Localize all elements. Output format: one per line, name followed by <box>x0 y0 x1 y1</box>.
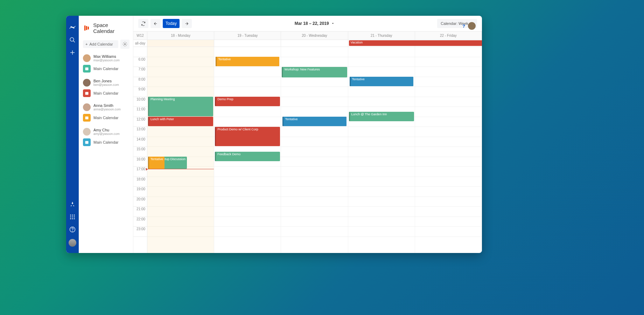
calendar-row[interactable]: Main Calendar <box>83 112 130 123</box>
rocket-icon[interactable] <box>69 201 76 207</box>
user-email: anna@yasoon.com <box>93 108 121 111</box>
svg-rect-20 <box>85 92 89 95</box>
allday-cell[interactable] <box>147 40 214 47</box>
calendar-icon <box>83 65 91 73</box>
avatar <box>83 54 91 62</box>
time-label: 16:00 <box>133 157 147 167</box>
user-row[interactable]: Anna Smith anna@yasoon.com <box>83 102 130 112</box>
add-icon[interactable] <box>69 49 76 56</box>
allday-cell[interactable] <box>214 40 281 47</box>
nav-rail <box>66 16 79 253</box>
event-workshop[interactable]: Workshop: New Features <box>282 67 347 77</box>
svg-point-7 <box>70 217 71 218</box>
day-column-thursday[interactable]: Retrospective Spring 4 Tentative Lunch @… <box>348 47 415 253</box>
svg-point-10 <box>70 218 71 219</box>
svg-point-14 <box>72 231 73 231</box>
calendar-toolbar: Today Mar 18 – 22, 2019 Calendar: Week ? <box>133 16 482 31</box>
calendar-row[interactable]: Main Calendar <box>83 137 130 148</box>
time-label: 19:00 <box>133 187 147 197</box>
refresh-icon <box>141 21 146 26</box>
settings-button[interactable] <box>120 40 130 49</box>
time-label: 15:00 <box>133 147 147 157</box>
user-row[interactable]: Ben Jones ben@yasoon.com <box>83 77 130 88</box>
date-range-picker[interactable]: Mar 18 – 22, 2019 <box>194 21 435 26</box>
add-calendar-button[interactable]: + Add Calendar <box>83 40 118 48</box>
time-label: 20:00 <box>133 197 147 207</box>
svg-point-18 <box>124 43 126 45</box>
time-label: 17:00 <box>133 167 147 177</box>
time-label: 10:00 <box>133 97 147 107</box>
main-content: Today Mar 18 – 22, 2019 Calendar: Week ?… <box>133 16 482 253</box>
help-link[interactable]: ? <box>462 23 465 29</box>
time-grid: 6:00 7:00 8:00 9:00 10:00 11:00 12:00 13… <box>133 47 482 253</box>
time-label: 9:00 <box>133 87 147 97</box>
day-column-tuesday[interactable]: Early Start w/ Breakfast Tentative Demo … <box>214 47 281 253</box>
calendar-label: Main Calendar <box>93 140 119 144</box>
user-avatar[interactable] <box>468 22 476 30</box>
event-lunch-garden[interactable]: Lunch @ The Garden Inn <box>349 112 414 121</box>
allday-row: all-day Vacation <box>133 40 482 47</box>
arrow-left-icon <box>153 21 158 26</box>
search-icon[interactable] <box>69 37 76 43</box>
day-column-wednesday[interactable]: Workshop: New Features Lunch with Amy Te… <box>281 47 348 253</box>
event-planning[interactable]: Planning Meeting <box>148 97 213 116</box>
calendar-row[interactable]: Main Calendar <box>83 88 130 98</box>
app-title-text: Space Calendar <box>93 22 130 34</box>
user-email: max@yasoon.com <box>93 59 120 62</box>
nav-avatar[interactable] <box>69 239 76 247</box>
event-lunch-peter[interactable]: Lunch with Peter <box>148 117 213 126</box>
user-block-0: Max Williams max@yasoon.com Main Calenda… <box>83 53 130 74</box>
day-header[interactable]: 19 - Tuesday <box>214 32 281 40</box>
app-title: Space Calendar <box>83 22 130 34</box>
time-column: 6:00 7:00 8:00 9:00 10:00 11:00 12:00 13… <box>133 47 147 253</box>
svg-point-12 <box>74 218 75 219</box>
prev-button[interactable] <box>150 19 161 28</box>
user-name: Amy Chu <box>93 128 120 132</box>
event-vacation[interactable]: Vacation <box>349 40 482 46</box>
event-tentative[interactable]: Tentative <box>148 157 164 169</box>
day-column-friday[interactable] <box>415 47 482 253</box>
svg-point-5 <box>72 214 73 215</box>
user-row[interactable]: Max Williams max@yasoon.com <box>83 53 130 63</box>
time-label: 11:00 <box>133 107 147 117</box>
allday-label: all-day <box>133 40 147 47</box>
day-header[interactable]: 22 - Friday <box>415 32 482 40</box>
event-product-demo[interactable]: Product Demo w/ Client Corp <box>215 127 280 146</box>
sidebar: Space Calendar + Add Calendar Max Willia… <box>79 16 133 253</box>
app-window: Space Calendar + Add Calendar Max Willia… <box>66 16 482 253</box>
avatar <box>83 103 91 111</box>
day-column-monday[interactable]: Planning Meeting Lunch with Peter Projec… <box>147 47 214 253</box>
now-indicator <box>147 169 214 169</box>
user-row[interactable]: Amy Chu amy@yasoon.com <box>83 126 130 137</box>
next-button[interactable] <box>182 19 192 28</box>
svg-rect-15 <box>84 26 85 30</box>
time-label: 22:00 <box>133 217 147 227</box>
svg-rect-17 <box>88 27 89 29</box>
refresh-button[interactable] <box>138 19 148 28</box>
event-feedback[interactable]: Feedback Demo <box>215 152 280 161</box>
help-icon[interactable] <box>69 226 76 233</box>
allday-cell[interactable] <box>281 40 348 47</box>
event-tentative[interactable]: Tentative <box>350 77 413 86</box>
svg-point-0 <box>70 37 74 41</box>
calendar-row[interactable]: Main Calendar <box>83 63 130 74</box>
svg-point-9 <box>74 217 75 218</box>
today-button[interactable]: Today <box>163 19 180 28</box>
day-header[interactable]: 20 - Wednesday <box>281 32 348 40</box>
calendar-label: Main Calendar <box>93 67 119 71</box>
user-name: Ben Jones <box>93 79 119 83</box>
event-tentative[interactable]: Tentative <box>282 117 346 126</box>
user-name: Max Williams <box>93 54 120 59</box>
allday-cell[interactable]: Vacation <box>348 40 415 47</box>
event-demo-prep[interactable]: Demo Prep <box>215 97 280 106</box>
event-tentative[interactable]: Tentative <box>216 57 279 66</box>
day-header[interactable]: 21 - Thursday <box>348 32 415 40</box>
time-label: 8:00 <box>133 77 147 87</box>
confluence-icon[interactable] <box>69 24 76 30</box>
svg-line-1 <box>73 41 75 42</box>
grid-icon[interactable] <box>69 214 76 220</box>
day-header[interactable]: 18 - Monday <box>147 32 214 40</box>
calendar-icon <box>83 138 91 146</box>
svg-rect-19 <box>85 68 89 70</box>
time-label: 21:00 <box>133 207 147 217</box>
